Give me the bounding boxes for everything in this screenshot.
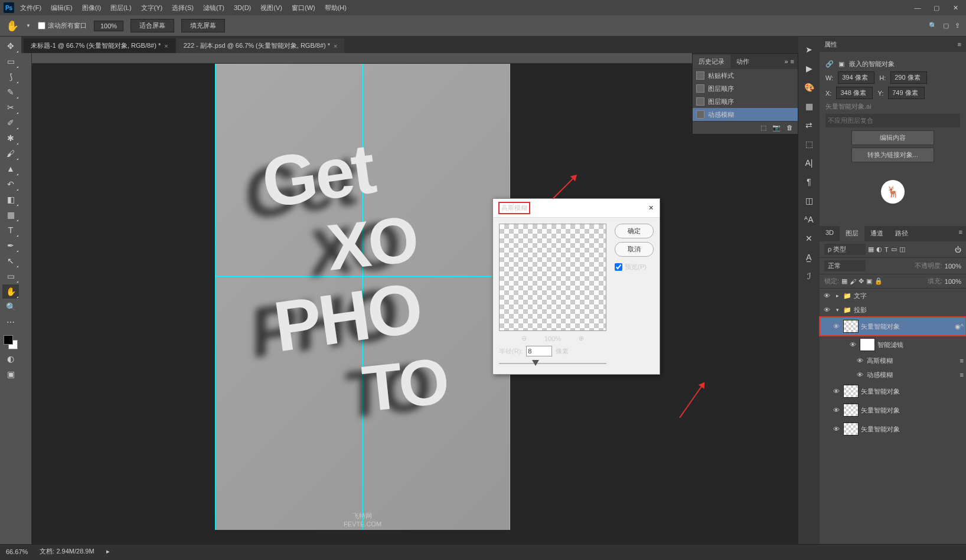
swatches-icon[interactable]: ▦ [802,100,815,112]
expand-icon[interactable]: ▾ [834,307,841,313]
menu-select[interactable]: 选择(S) [168,2,197,14]
filter-options-icon[interactable]: ≡ [960,371,964,378]
layer-filter-select[interactable]: ρ 类型 [824,244,866,255]
zoom-tool[interactable]: 🔍 [2,300,19,314]
panel-collapse-icon[interactable]: » [784,58,788,65]
panel-menu-icon[interactable]: ≡ [958,41,961,48]
visibility-toggle[interactable]: 👁 [831,323,841,330]
filter-toggle-icon[interactable]: ⏻ [955,246,961,253]
heal-tool[interactable]: ✱ [2,131,19,145]
trash-icon[interactable]: 🗑 [786,124,793,132]
gradient-tool[interactable]: ▦ [2,208,19,222]
close-button[interactable]: ✕ [948,2,962,13]
filter-pixel-icon[interactable]: ▦ [868,245,874,253]
dialog-titlebar[interactable]: 高斯模糊 ✕ [493,199,660,218]
menu-layer[interactable]: 图层(L) [107,2,135,14]
close-icon[interactable]: × [164,42,168,50]
libraries-icon[interactable]: ⇄ [802,119,815,131]
eyedropper-tool[interactable]: ✐ [2,116,19,130]
brush-settings-icon[interactable]: ℐ [802,270,815,282]
visibility-toggle[interactable]: 👁 [822,306,831,313]
filter-gaussian-blur[interactable]: 👁高斯模糊≡ [820,353,966,368]
filter-adjust-icon[interactable]: ◐ [876,245,882,253]
visibility-toggle[interactable]: 👁 [822,292,831,299]
fill-input[interactable]: 100% [945,278,961,285]
cancel-button[interactable]: 取消 [615,242,654,257]
pen-tool[interactable]: ✒ [2,238,19,253]
panel-menu-icon[interactable]: ≡ [955,226,966,241]
tab-document-2[interactable]: 222 - 副本.psd @ 66.7% (矢量智能对象, RGB/8#) *× [177,38,345,53]
properties-header[interactable]: 属性≡ [820,37,966,52]
filter-type-icon[interactable]: T [885,246,889,253]
menu-view[interactable]: 视图(V) [257,2,286,14]
history-item[interactable]: 粘贴样式 [693,69,798,82]
history-item-selected[interactable]: 动感模糊 [693,108,798,121]
y-input[interactable]: 749 像素 [888,87,925,99]
layer-smart-object-selected[interactable]: 👁矢量智能对象◉^ [820,317,966,336]
tab-channels[interactable]: 通道 [864,226,889,241]
preview-checkbox[interactable]: 预览(P) [615,263,654,271]
filter-shape-icon[interactable]: ▭ [891,245,897,253]
visibility-toggle[interactable]: 👁 [848,341,857,348]
close-icon[interactable]: × [334,42,337,50]
zoom-out-icon[interactable]: ⊖ [521,335,527,342]
screen-mode-toggle[interactable]: ▣ [2,367,19,381]
adjust-icon[interactable]: ➤ [802,44,815,55]
tab-3d[interactable]: 3D [820,226,840,241]
canvas[interactable]: Get XO PHO TO Get XO PHO TO 飞特网FEVTE.COM… [32,53,798,544]
radius-input[interactable] [526,346,552,356]
crop-tool[interactable]: ✂ [2,100,19,114]
menu-file[interactable]: 文件(F) [17,2,45,14]
width-input[interactable]: 394 像素 [838,71,874,84]
visibility-toggle[interactable]: 👁 [855,371,864,378]
lock-artboard-icon[interactable]: ▣ [866,277,872,285]
menu-type[interactable]: 文字(Y) [138,2,167,14]
workspace-icon[interactable]: ▢ [943,22,949,30]
layer-group-shadow[interactable]: 👁▾📁投影 [820,303,966,317]
status-chevron[interactable]: ▸ [106,548,110,555]
minimize-button[interactable]: — [910,2,925,13]
tab-paths[interactable]: 路径 [889,226,914,241]
stamp-tool[interactable]: ▲ [2,162,19,176]
tool-preset-chevron[interactable]: ▼ [26,23,31,28]
snapshot-icon[interactable]: 📷 [772,124,781,132]
hand-tool[interactable]: ✋ [2,284,19,299]
fill-screen-button[interactable]: 填充屏幕 [181,19,225,32]
opacity-input[interactable]: 100% [945,263,961,270]
zoom-status[interactable]: 66.67% [6,548,28,555]
menu-3d[interactable]: 3D(D) [230,2,254,13]
menu-help[interactable]: 帮助(H) [321,2,350,14]
filter-so-icon[interactable]: ◫ [899,245,905,253]
lock-all-icon[interactable]: 🔒 [874,277,883,285]
zoom-level-box[interactable]: 100% [94,21,123,31]
share-icon[interactable]: ⇪ [955,22,960,30]
lock-position-icon[interactable]: ✥ [859,277,864,285]
height-input[interactable]: 290 像素 [890,71,927,84]
panel-menu-icon[interactable]: ≡ [791,58,794,65]
layer-group-text[interactable]: 👁▸📁文字 [820,289,966,303]
fit-screen-button[interactable]: 适合屏幕 [130,19,174,32]
layer-smart-filters[interactable]: 👁智能滤镜 [820,336,966,353]
expand-icon[interactable]: ▸ [834,293,841,299]
ruler-vertical[interactable] [21,53,32,544]
history-brush-tool[interactable]: ↶ [2,177,19,191]
shape-tool[interactable]: ▭ [2,269,19,283]
align-icon[interactable]: ◫ [802,195,815,207]
layer-smart-object[interactable]: 👁矢量智能对象 [820,382,966,401]
quick-select-tool[interactable]: ✎ [2,85,19,99]
edit-contents-button[interactable]: 编辑内容 [851,130,934,145]
account-avatar[interactable]: 🦌 [881,180,905,204]
visibility-toggle[interactable]: 👁 [831,388,841,395]
ok-button[interactable]: 确定 [615,224,654,238]
toolbar-more[interactable]: ⋯ [2,315,19,329]
doc-size-status[interactable]: 文档: 2.94M/28.9M [40,547,94,556]
history-item[interactable]: 图层顺序 [693,82,798,95]
color-swatch[interactable] [2,334,19,351]
menu-edit[interactable]: 编辑(E) [47,2,76,14]
close-icon[interactable]: ✕ [648,204,654,212]
layer-smart-object[interactable]: 👁矢量智能对象 [820,420,966,438]
smart-filter-icon[interactable]: ◉^ [955,323,964,330]
tab-actions[interactable]: 动作 [730,55,755,68]
marquee-tool[interactable]: ▭ [2,54,19,68]
brush-tool[interactable]: 🖌 [2,146,19,161]
